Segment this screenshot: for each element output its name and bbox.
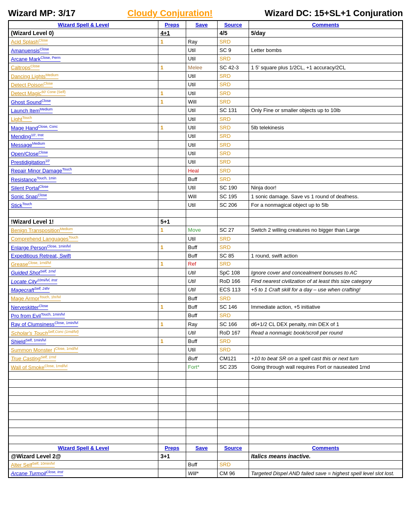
table-row: Silent PortalClose Util SC 190 Ninja doo… — [8, 183, 403, 192]
spell-preps: 1 — [158, 37, 186, 46]
spell-comments — [249, 80, 403, 89]
col-header-source: Source — [217, 21, 249, 29]
level1-preps: 5+1 — [158, 217, 186, 226]
spell-comments: Going through wall requires Fort or naus… — [249, 363, 403, 371]
spell-name: AmanuensisClose — [8, 46, 158, 54]
spell-preps — [158, 363, 186, 371]
spell-name: Repair Minor DamageTouch — [8, 166, 158, 175]
spell-source: SC 190 — [217, 183, 249, 192]
level1-save — [186, 217, 217, 226]
spell-save: Util — [186, 132, 217, 140]
spell-save: Melee — [186, 63, 217, 71]
spell-preps — [158, 158, 186, 166]
spell-name: LightTouch — [8, 114, 158, 123]
table-row: CaltropsClose 1 Melee SC 42-3 1 5' squar… — [8, 63, 403, 71]
table-row: Detect PoisonClose Util SRD — [8, 80, 403, 89]
spell-comments: Only Fine or smaller objects up to 10lb — [249, 106, 403, 114]
spell-save: Util — [186, 268, 217, 276]
spell-source: ECS 113 — [217, 285, 249, 294]
level2-save — [186, 452, 217, 460]
spell-preps — [158, 114, 186, 123]
spell-comments: Targeted Dispel AND failed save = highes… — [249, 469, 403, 478]
spell-name: Enlarge PersonClose, 1min/lvl — [8, 243, 158, 251]
table-row-empty — [8, 428, 403, 436]
col-header-save: Save — [186, 21, 217, 29]
spell-save: Buff — [186, 294, 217, 302]
wizard-dc: Wizard DC: 15+SL+1 Conjuration — [265, 8, 403, 19]
spell-preps — [158, 311, 186, 320]
spell-save: Util — [186, 234, 217, 243]
table-row: Dancing LightsMedium Util SRD — [8, 72, 403, 80]
spell-save: Buff — [186, 243, 217, 251]
spell-comments — [249, 140, 403, 149]
spell-name: CaltropsClose — [8, 63, 158, 71]
level2-source — [217, 452, 249, 460]
spell-save: Heal — [186, 166, 217, 175]
spell-name: Mage HandClose, Conc — [8, 123, 158, 132]
spell-save: Util — [186, 345, 217, 354]
spell-source: SRD — [217, 166, 249, 175]
spell-save: Util — [186, 328, 217, 337]
spell-preps — [158, 285, 186, 294]
spell-preps: 1 — [158, 89, 186, 97]
table-row: Acid SplashClose 1 Ray SRD — [8, 37, 403, 46]
spell-comments — [249, 37, 403, 46]
spell-name: ShieldSelf, 1min/lvl — [8, 337, 158, 345]
table-row: StickTouch Util SC 206 For a nonmagical … — [8, 201, 403, 209]
spell-name: Alter SelfSelf, 10min/lvl — [8, 460, 158, 469]
spell-preps — [158, 192, 186, 200]
spell-preps — [158, 106, 186, 114]
spell-source: SRD — [217, 460, 249, 469]
spell-save: Ray — [186, 320, 217, 328]
spell-save: Buff — [186, 251, 217, 260]
table-row: NerveskitterClose 1 Buff SC 146 Immediat… — [8, 303, 403, 311]
empty-cell — [217, 209, 249, 217]
spell-preps: 1 — [158, 98, 186, 106]
col-header-preps: Preps — [158, 21, 186, 29]
spell-preps — [158, 140, 186, 149]
table-row-empty — [8, 387, 403, 395]
spell-comments — [249, 98, 403, 106]
spell-preps — [158, 132, 186, 140]
spell-save: Util — [186, 158, 217, 166]
table-row: Arcane MarkClose, Perm Util SRD — [8, 54, 403, 63]
empty-cell — [8, 420, 158, 428]
spell-preps — [158, 149, 186, 158]
spell-source: SRD — [217, 132, 249, 140]
table-row-empty — [8, 379, 403, 387]
spell-preps — [158, 201, 186, 209]
spell-comments — [249, 158, 403, 166]
spell-name: Arcane TurmoilClose, Inst — [8, 469, 158, 478]
spell-save: Util — [186, 46, 217, 54]
spell-name: StickTouch — [8, 201, 158, 209]
table-row: MagecraftSelf, 24hr Util ECS 113 +5 to 1… — [8, 285, 403, 294]
page: Wizard MP: 3/17 Cloudy Conjuration! Wiza… — [8, 8, 403, 478]
spell-source: SC 131 — [217, 106, 249, 114]
spell-save: Util — [186, 114, 217, 123]
table-row: Arcane TurmoilClose, Inst Will* CM 96 Ta… — [8, 469, 403, 478]
cloudy-conjuration: Cloudy Conjuration! — [127, 8, 212, 19]
level1-comments — [249, 217, 403, 226]
spell-source: RoD 166 — [217, 277, 249, 285]
footer-col-preps: Preps — [158, 444, 186, 452]
table-row-empty — [8, 436, 403, 444]
table-row: Guided ShotSelf, 1rnd Util SpC 108 Ignor… — [8, 268, 403, 276]
spell-name: Comprehend LanguagesTouch — [8, 234, 158, 243]
spell-name: Silent PortalClose — [8, 183, 158, 192]
spell-source: SRD — [217, 72, 249, 80]
spell-comments: Ignore cover and concealment bonuses to … — [249, 268, 403, 276]
empty-cell — [8, 428, 158, 436]
spell-source: SRD — [217, 337, 249, 345]
empty-cell — [8, 209, 158, 217]
spell-source: SRD — [217, 149, 249, 158]
spell-comments: Ninja door! — [249, 183, 403, 192]
spell-name: Detect PoisonClose — [8, 80, 158, 89]
table-row: Mending10', Inst Util SRD — [8, 132, 403, 140]
spell-preps — [158, 54, 186, 63]
spell-source: SRD — [217, 260, 249, 268]
spell-source: SRD — [217, 294, 249, 302]
spell-preps: 1 — [158, 260, 186, 268]
table-row-empty — [8, 411, 403, 420]
spell-name: Detect Magic60' Cone (Self) — [8, 89, 158, 97]
spell-preps — [158, 251, 186, 260]
